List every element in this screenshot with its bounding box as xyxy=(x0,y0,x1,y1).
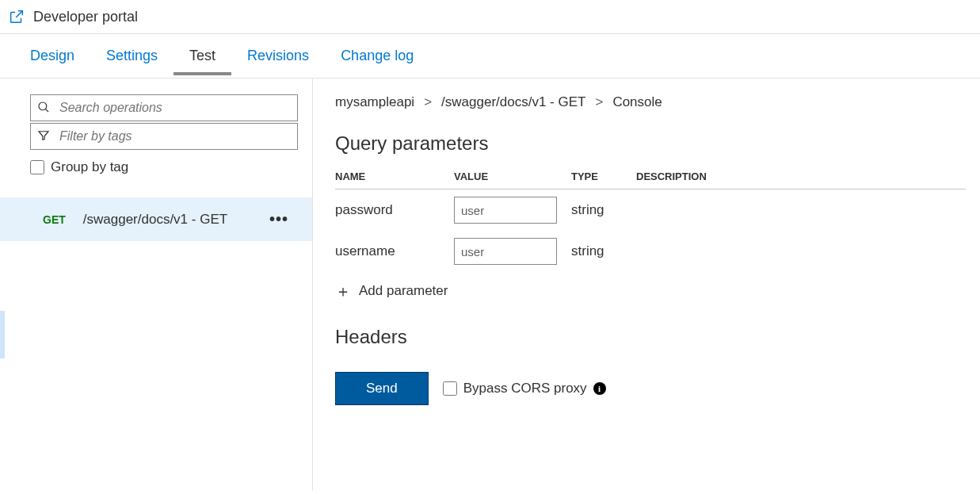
search-icon xyxy=(36,100,51,117)
http-verb-badge: GET xyxy=(43,213,66,226)
query-params-table: NAME VALUE TYPE DESCRIPTION password str… xyxy=(335,170,966,299)
tab-test[interactable]: Test xyxy=(189,48,215,75)
svg-point-0 xyxy=(39,102,47,110)
bypass-cors-label: Bypass CORS proxy xyxy=(463,381,587,396)
topbar: Developer portal xyxy=(0,0,980,34)
col-header-type: TYPE xyxy=(571,170,636,182)
developer-portal-link[interactable]: Developer portal xyxy=(33,9,138,25)
breadcrumb-operation[interactable]: /swagger/docs/v1 - GET xyxy=(441,94,585,110)
chevron-right-icon: > xyxy=(424,94,432,110)
operations-list: GET /swagger/docs/v1 - GET ••• xyxy=(0,197,312,241)
search-operations-input[interactable] xyxy=(30,94,298,121)
svg-line-1 xyxy=(45,109,48,112)
breadcrumb-api[interactable]: mysampleapi xyxy=(335,94,414,110)
param-value-input[interactable] xyxy=(454,197,557,224)
tab-revisions[interactable]: Revisions xyxy=(247,48,309,75)
operations-panel: Group by tag GET /swagger/docs/v1 - GET … xyxy=(0,79,313,490)
col-header-description: DESCRIPTION xyxy=(636,170,966,182)
tab-design[interactable]: Design xyxy=(30,48,74,75)
more-icon[interactable]: ••• xyxy=(269,210,298,228)
console-panel: mysampleapi > /swagger/docs/v1 - GET > C… xyxy=(313,79,980,490)
tab-bar: Design Settings Test Revisions Change lo… xyxy=(0,34,980,79)
group-by-tag-checkbox[interactable] xyxy=(30,160,44,174)
bypass-cors-checkbox[interactable] xyxy=(443,381,457,396)
add-parameter-label: Add parameter xyxy=(359,283,448,299)
param-name: username xyxy=(335,243,454,259)
filter-icon xyxy=(36,128,51,145)
edge-decoration xyxy=(0,311,5,358)
table-header-row: NAME VALUE TYPE DESCRIPTION xyxy=(335,170,966,190)
breadcrumb: mysampleapi > /swagger/docs/v1 - GET > C… xyxy=(335,79,966,126)
param-name: password xyxy=(335,202,454,218)
info-icon[interactable]: i xyxy=(593,382,606,395)
send-bar: Send Bypass CORS proxy i xyxy=(335,372,966,405)
external-link-icon xyxy=(8,8,25,25)
group-by-tag-label: Group by tag xyxy=(51,159,128,175)
query-params-heading: Query parameters xyxy=(335,132,966,155)
plus-icon: ＋ xyxy=(335,283,351,299)
send-button[interactable]: Send xyxy=(335,372,429,405)
tab-changelog[interactable]: Change log xyxy=(341,48,414,75)
bypass-cors-row[interactable]: Bypass CORS proxy i xyxy=(443,381,606,396)
table-row: password string xyxy=(335,190,966,231)
param-value-input[interactable] xyxy=(454,238,557,265)
table-row: username string xyxy=(335,231,966,272)
param-type: string xyxy=(571,243,636,259)
param-type: string xyxy=(571,202,636,218)
filter-tags-input[interactable] xyxy=(30,123,298,150)
tab-settings[interactable]: Settings xyxy=(106,48,158,75)
operation-item[interactable]: GET /swagger/docs/v1 - GET ••• xyxy=(0,197,312,241)
chevron-right-icon: > xyxy=(595,94,603,110)
add-parameter-button[interactable]: ＋ Add parameter xyxy=(335,283,966,299)
group-by-tag-row[interactable]: Group by tag xyxy=(30,159,298,175)
workarea: Group by tag GET /swagger/docs/v1 - GET … xyxy=(0,79,980,490)
col-header-value: VALUE xyxy=(454,170,571,182)
breadcrumb-page: Console xyxy=(612,94,662,110)
col-header-name: NAME xyxy=(335,170,454,182)
headers-heading: Headers xyxy=(335,326,966,348)
operation-path: /swagger/docs/v1 - GET xyxy=(83,212,252,228)
